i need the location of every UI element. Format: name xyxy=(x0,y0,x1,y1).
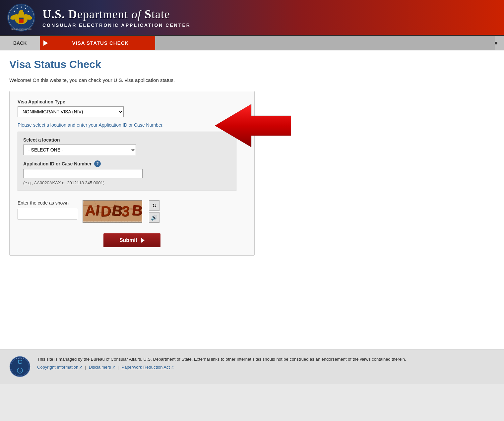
captcha-refresh-button[interactable]: ↻ xyxy=(149,200,159,211)
header-text: U.S. Department of State CONSULAR ELECTR… xyxy=(42,7,191,28)
footer-content: This site is managed by the Bureau of Co… xyxy=(37,356,406,370)
paperwork-link[interactable]: Paperwork Reduction Act ↗ xyxy=(121,365,174,370)
disclaimers-link-text: Disclaimers xyxy=(89,365,111,370)
location-select[interactable]: - SELECT ONE - xyxy=(23,145,136,155)
svg-point-11 xyxy=(28,10,29,12)
footer-seal: C ★ ★ ★ ★ ★ ★ xyxy=(9,356,31,377)
navbar: BACK VISA STATUS CHECK xyxy=(0,36,504,50)
footer-sep-1: | xyxy=(85,365,86,370)
captcha-label: Enter the code as shown xyxy=(18,200,77,206)
app-id-hint: (e.g., AA0020AKAX or 2012118 345 0001) xyxy=(23,180,231,185)
page-title: Visa Status Check xyxy=(9,58,495,71)
svg-text:B: B xyxy=(131,202,142,218)
welcome-text: Welcome! On this website, you can check … xyxy=(9,77,495,83)
app-id-label: Application ID or Case Number xyxy=(23,161,92,166)
location-instruction: Please select a location and enter your … xyxy=(18,122,246,128)
select-location-label: Select a location xyxy=(23,137,231,143)
back-button[interactable]: BACK xyxy=(0,36,40,50)
footer-sep-2: | xyxy=(118,365,119,370)
captcha-buttons: ↻ 🔊 xyxy=(149,200,159,223)
footer-description: This site is managed by the Bureau of Co… xyxy=(37,356,406,363)
paperwork-ext-icon: ↗ xyxy=(171,365,174,369)
copyright-link[interactable]: Copyright Information ↗ xyxy=(37,365,82,370)
app-id-input[interactable] xyxy=(23,169,143,178)
svg-point-4 xyxy=(19,10,23,14)
svg-text:DEPARTMENT OF STATE: DEPARTMENT OF STATE xyxy=(11,28,32,30)
submit-label: Submit xyxy=(119,237,137,243)
main-content: Visa Status Check Welcome! On this websi… xyxy=(0,50,504,349)
help-icon[interactable]: ? xyxy=(94,160,101,167)
visa-type-label: Visa Application Type xyxy=(18,99,246,104)
form-with-arrow: Visa Application Type NONIMMIGRANT VISA … xyxy=(9,91,495,256)
svg-marker-15 xyxy=(215,104,291,147)
svg-text:3: 3 xyxy=(121,203,130,219)
nav-separator xyxy=(155,36,495,50)
captcha-image: A I D B 3 B xyxy=(83,200,142,223)
copyright-link-text: Copyright Information xyxy=(37,365,78,370)
disclaimers-ext-icon: ↗ xyxy=(112,365,115,369)
app-id-row: Application ID or Case Number ? xyxy=(23,160,231,167)
arrow-decoration xyxy=(215,101,291,152)
svg-point-12 xyxy=(17,8,18,9)
nav-page-title: VISA STATUS CHECK xyxy=(52,40,149,46)
captcha-left: Enter the code as shown xyxy=(18,200,77,219)
red-arrow-icon xyxy=(215,101,291,150)
nav-dot xyxy=(495,42,497,44)
header-seal: DEPARTMENT OF STATE xyxy=(7,3,36,32)
svg-rect-8 xyxy=(19,18,24,19)
submit-arrow-icon xyxy=(141,238,145,243)
header-title: U.S. Department of State xyxy=(42,7,191,21)
svg-point-13 xyxy=(14,10,15,12)
nav-title-section: VISA STATUS CHECK xyxy=(40,36,155,50)
footer: C ★ ★ ★ ★ ★ ★ This site is managed by th… xyxy=(0,349,504,384)
disclaimers-link[interactable]: Disclaimers ↗ xyxy=(89,365,115,370)
header-subtitle: CONSULAR ELECTRONIC APPLICATION CENTER xyxy=(42,23,191,28)
svg-text:★: ★ xyxy=(19,370,21,372)
header: DEPARTMENT OF STATE U.S. Department of S… xyxy=(0,0,504,36)
nav-dropdown-arrow-icon[interactable] xyxy=(43,40,48,46)
captcha-section: Enter the code as shown xyxy=(18,200,246,223)
svg-text:D: D xyxy=(100,203,112,219)
captcha-audio-button[interactable]: 🔊 xyxy=(149,212,159,223)
paperwork-link-text: Paperwork Reduction Act xyxy=(121,365,170,370)
captcha-input[interactable] xyxy=(18,209,77,219)
svg-point-9 xyxy=(21,6,22,8)
visa-type-select[interactable]: NONIMMIGRANT VISA (NIV) IMMIGRANT VISA (… xyxy=(18,106,124,117)
svg-text:★ ★ ★ ★ ★: ★ ★ ★ ★ ★ xyxy=(16,358,24,360)
svg-point-10 xyxy=(25,8,26,9)
submit-button[interactable]: Submit xyxy=(103,233,160,247)
form-inner: Select a location - SELECT ONE - Applica… xyxy=(18,132,236,191)
captcha-text: A I D B 3 B xyxy=(83,200,142,223)
footer-links: Copyright Information ↗ | Disclaimers ↗ … xyxy=(37,365,406,370)
copyright-ext-icon: ↗ xyxy=(79,365,82,369)
submit-row: Submit xyxy=(18,233,246,247)
